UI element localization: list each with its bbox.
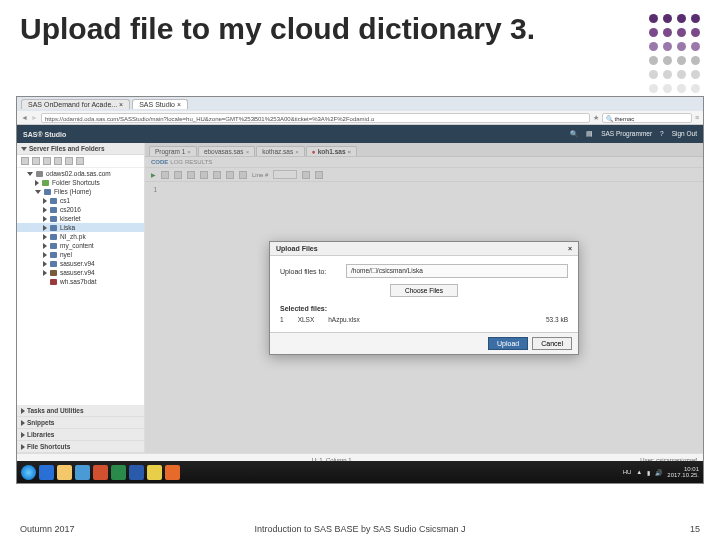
file-name: hAzpu.xlsx bbox=[328, 316, 532, 323]
volume-icon[interactable]: 🔊 bbox=[655, 469, 662, 476]
menu-icon[interactable]: ≡ bbox=[695, 114, 699, 121]
taskbar-chrome-icon[interactable] bbox=[147, 465, 162, 480]
app-header: SAS® Studio 🔍 ▤ SAS Programmer ? Sign Ou… bbox=[17, 125, 703, 143]
browser-toolbar: ◄ ► https://odamid.oda.sas.com/SASStudio… bbox=[17, 111, 703, 125]
slide-title: Upload file to my cloud dictionary 3. bbox=[0, 0, 720, 51]
folder-icon[interactable]: ▤ bbox=[586, 130, 593, 138]
app-title: SAS® Studio bbox=[23, 131, 66, 138]
windows-taskbar: HU ▲ ▮ 🔊 10:01 2017.10.25. bbox=[17, 461, 703, 483]
tree-item[interactable]: cs1 bbox=[17, 196, 144, 205]
address-bar[interactable]: https://odamid.oda.sas.com/SASStudio/mai… bbox=[41, 113, 590, 123]
browser-tab-sasstudio[interactable]: SAS Studio× bbox=[132, 99, 188, 109]
modal-overlay: Upload Files × Upload files to: /home/☐/… bbox=[145, 143, 703, 453]
file-type: XLSX bbox=[298, 316, 315, 323]
sidebar-section-snippets[interactable]: Snippets bbox=[17, 417, 144, 429]
sidebar-section-fileshortcuts[interactable]: File Shortcuts bbox=[17, 441, 144, 453]
footer-center: Introduction to SAS BASE by SAS Sudio Cs… bbox=[254, 524, 465, 535]
close-icon[interactable]: × bbox=[568, 245, 572, 252]
tree-item[interactable]: sasuser.v94 bbox=[17, 259, 144, 268]
main-area: Program 1× ebovasas.sas× kothaz.sas× ●ko… bbox=[145, 143, 703, 453]
tree-item[interactable]: NI_zh.pk bbox=[17, 232, 144, 241]
slide-footer: Outumn 2017 Introduction to SAS BASE by … bbox=[0, 524, 720, 534]
dialog-title: Upload Files bbox=[276, 245, 318, 252]
taskbar-ie-icon[interactable] bbox=[39, 465, 54, 480]
choose-files-button[interactable]: Choose Files bbox=[390, 284, 458, 297]
refresh-icon[interactable] bbox=[43, 157, 51, 165]
taskbar-firefox-icon[interactable] bbox=[165, 465, 180, 480]
sidebar-section-libraries[interactable]: Libraries bbox=[17, 429, 144, 441]
upload-icon[interactable] bbox=[32, 157, 40, 165]
props-icon[interactable] bbox=[76, 157, 84, 165]
taskbar-word-icon[interactable] bbox=[129, 465, 144, 480]
tree-item[interactable]: cs2016 bbox=[17, 205, 144, 214]
close-icon[interactable]: × bbox=[177, 101, 181, 108]
network-icon[interactable]: ▮ bbox=[647, 469, 650, 476]
tree-item[interactable]: wh.sas7bdat bbox=[17, 277, 144, 286]
programmer-label[interactable]: SAS Programmer bbox=[601, 130, 652, 138]
sidebar-section-files[interactable]: Server Files and Folders bbox=[17, 143, 144, 155]
help-icon[interactable]: ? bbox=[660, 130, 664, 138]
selected-file-row: 1 XLSX hAzpu.xlsx 53.3 kB bbox=[280, 315, 568, 324]
tree-item-liska[interactable]: Liska bbox=[17, 223, 144, 232]
tree-fileshome[interactable]: Files (Home) bbox=[17, 187, 144, 196]
file-size: 53.3 kB bbox=[546, 316, 568, 323]
close-icon[interactable]: × bbox=[119, 101, 123, 108]
start-button[interactable] bbox=[21, 465, 36, 480]
new-icon[interactable] bbox=[21, 157, 29, 165]
taskbar-powerpoint-icon[interactable] bbox=[93, 465, 108, 480]
tree-server-root[interactable]: odaws02.oda.sas.com bbox=[17, 169, 144, 178]
clock-date: 2017.10.25. bbox=[667, 472, 699, 478]
tree-item[interactable]: kiserlet bbox=[17, 214, 144, 223]
taskbar-mediaplayer-icon[interactable] bbox=[75, 465, 90, 480]
upload-button[interactable]: Upload bbox=[488, 337, 528, 350]
browser-tab-ondemand[interactable]: SAS OnDemand for Acade...× bbox=[21, 99, 130, 109]
browser-tab-strip: SAS OnDemand for Acade...× SAS Studio× bbox=[17, 97, 703, 111]
file-toolbar bbox=[17, 155, 144, 168]
search-input[interactable]: 🔍 themac bbox=[602, 113, 692, 123]
file-index: 1 bbox=[280, 316, 284, 323]
taskbar-explorer-icon[interactable] bbox=[57, 465, 72, 480]
browser-window: SAS OnDemand for Acade...× SAS Studio× ◄… bbox=[16, 96, 704, 484]
signout-link[interactable]: Sign Out bbox=[672, 130, 697, 138]
sidebar-section-tasks[interactable]: Tasks and Utilities bbox=[17, 405, 144, 417]
upload-dialog: Upload Files × Upload files to: /home/☐/… bbox=[269, 241, 579, 355]
clock-time: 10:01 bbox=[684, 466, 699, 472]
lang-indicator[interactable]: HU bbox=[623, 469, 632, 475]
back-icon[interactable]: ◄ bbox=[21, 114, 28, 121]
footer-page-number: 15 bbox=[690, 524, 700, 534]
tree-item[interactable]: my_content bbox=[17, 241, 144, 250]
delete-icon[interactable] bbox=[65, 157, 73, 165]
file-tree: odaws02.oda.sas.com Folder Shortcuts Fil… bbox=[17, 168, 144, 405]
cancel-button[interactable]: Cancel bbox=[532, 337, 572, 350]
sidebar: Server Files and Folders odaws02.oda.sas… bbox=[17, 143, 145, 453]
upload-to-path: /home/☐/csicsman/Liska bbox=[346, 264, 568, 278]
decorative-dots bbox=[649, 14, 700, 98]
taskbar-excel-icon[interactable] bbox=[111, 465, 126, 480]
footer-left: Outumn 2017 bbox=[20, 524, 75, 534]
tree-shortcuts[interactable]: Folder Shortcuts bbox=[17, 178, 144, 187]
selected-files-label: Selected files: bbox=[280, 305, 568, 312]
tree-item[interactable]: sasuser.v94 bbox=[17, 268, 144, 277]
upload-to-label: Upload files to: bbox=[280, 268, 340, 275]
search-icon[interactable]: 🔍 bbox=[570, 130, 578, 138]
tray-icon[interactable]: ▲ bbox=[636, 469, 642, 475]
download-icon[interactable] bbox=[54, 157, 62, 165]
tree-item[interactable]: nyel bbox=[17, 250, 144, 259]
forward-icon[interactable]: ► bbox=[31, 114, 38, 121]
